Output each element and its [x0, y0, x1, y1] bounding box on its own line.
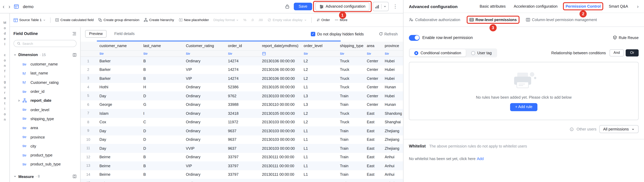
whitelist-section: Whitelist The above permission rules do …: [404, 139, 644, 161]
option-conditional-combination[interactable]: Conditional combination: [410, 49, 466, 57]
field-type-icon: Str: [22, 144, 29, 148]
string-type-label[interactable]: Str: [402, 50, 403, 57]
field-item[interactable]: Str product_type: [14, 151, 76, 160]
tab-permission-control[interactable]: Permission Control: [566, 4, 601, 9]
column-header[interactable]: order_id: [224, 42, 258, 50]
cell: Beirne: [96, 170, 140, 179]
lock-icon[interactable]: [284, 3, 290, 10]
tabs-overflow-chevron[interactable]: ›: [637, 4, 639, 9]
string-type-label[interactable]: Str: [336, 50, 363, 57]
cell: Ordinary: [182, 57, 224, 65]
dimension-section-header[interactable]: Dimension · 15: [14, 51, 76, 59]
horizontal-scrollbar[interactable]: [97, 40, 341, 42]
cell: 52386: [224, 83, 258, 92]
app: ‹ › demo Save Advanced configuration 1: [0, 0, 644, 182]
permissions-dropdown[interactable]: All permissions: [599, 125, 639, 133]
search-input[interactable]: [22, 42, 73, 46]
cell: B: [140, 153, 182, 161]
string-type-label[interactable]: Str: [381, 50, 402, 57]
or-button[interactable]: Or: [626, 49, 639, 57]
string-type-label[interactable]: Str: [140, 50, 182, 57]
switch-view-icon[interactable]: [72, 53, 76, 57]
subtab-row-level-permissions[interactable]: Row-level permissions: [469, 18, 517, 22]
new-placeholder-button[interactable]: New placeholder: [178, 18, 209, 22]
relationship-label: Relationship between conditions: [551, 51, 606, 55]
column-header[interactable]: customer_name: [96, 42, 140, 50]
field-name: order_level: [30, 107, 49, 112]
create-calculated-field-button[interactable]: Create calculated field: [55, 18, 94, 22]
field-item[interactable]: Str area: [14, 123, 76, 132]
outline-view-icon[interactable]: [72, 31, 76, 36]
option-user-tag[interactable]: User tag: [466, 49, 496, 57]
string-type-label[interactable]: Str: [182, 50, 224, 57]
cell: Anhui: [381, 170, 402, 179]
add-rule-button[interactable]: + Add rule: [510, 103, 538, 111]
field-item[interactable]: Str shipping_type: [14, 114, 76, 123]
and-button[interactable]: And: [610, 49, 624, 57]
field-item[interactable]: Sƒ last_name: [14, 69, 76, 78]
string-type-label[interactable]: Str: [300, 50, 336, 57]
field-item[interactable]: Sƒ Customer_rating: [14, 78, 76, 87]
refresh-button[interactable]: Refresh: [379, 32, 398, 36]
column-header[interactable]: report_date(ymdhms): [258, 42, 300, 50]
rule-reuse-button[interactable]: Rule Reuse: [612, 35, 639, 40]
column-header[interactable]: last_name: [140, 42, 182, 50]
percent-format-button: %: [243, 18, 246, 22]
column-header[interactable]: Customer_rating: [182, 42, 224, 50]
string-type-label[interactable]: Str: [224, 50, 258, 57]
cell: H: [140, 83, 182, 92]
subtab-column-level-permissions[interactable]: Column-level permission management: [526, 18, 597, 22]
subtab-collaborative-authorization[interactable]: Collaborative authorization: [409, 18, 460, 22]
string-type-label[interactable]: Str: [96, 50, 140, 57]
switch-view-icon[interactable]: [72, 174, 76, 178]
field-item[interactable]: report_date: [14, 96, 76, 105]
hide-hidden-fields-checkbox[interactable]: ✓ Do not display hidden fields: [311, 32, 364, 36]
advanced-configuration-button[interactable]: Advanced configuration: [315, 2, 370, 11]
field-item[interactable]: Str province: [14, 132, 76, 141]
table-row: 6GeorgeGOrdinary3398820130110 00:00:00L3…: [80, 100, 403, 109]
search-box[interactable]: [14, 40, 76, 47]
field-item[interactable]: Str city: [14, 141, 76, 151]
cell: Truck: [336, 74, 363, 83]
column-header[interactable]: shipping_type: [336, 42, 363, 50]
expand-caret-icon[interactable]: [18, 99, 20, 102]
field-item[interactable]: Str customer_name: [14, 60, 76, 69]
forward-button[interactable]: ›: [8, 4, 11, 9]
cell: 9762: [224, 91, 258, 100]
tab-basic-attributes[interactable]: Basic attributes: [480, 4, 506, 9]
column-header[interactable]: order_level: [300, 42, 336, 50]
tab-acceleration-configuration[interactable]: Acceleration configuration: [514, 4, 558, 9]
column-header[interactable]: area: [363, 42, 381, 50]
field-item[interactable]: Str order_id: [14, 87, 76, 96]
column-header[interactable]: city: [402, 42, 403, 50]
string-type-label[interactable]: Str: [363, 50, 381, 57]
cell: 20130105 00:00:00: [258, 83, 300, 92]
whitelist-add-link[interactable]: Add: [477, 156, 484, 161]
date-type-icon[interactable]: [258, 50, 300, 57]
left-rail[interactable]: Model configuration: [0, 14, 10, 182]
more-menu-icon[interactable]: ⋮: [392, 4, 398, 10]
cell: 33797: [224, 153, 258, 161]
chart-type-button[interactable]: [372, 2, 389, 11]
cell: Ordinary: [182, 118, 224, 127]
cell: Train: [336, 170, 363, 179]
tab-preview[interactable]: Preview: [85, 30, 107, 38]
field-item[interactable]: Str product_sub_type: [14, 160, 76, 169]
tab-field-details[interactable]: Field details: [110, 30, 139, 38]
create-hierarchy-button[interactable]: Create hierarchy: [144, 18, 174, 22]
tab-smart-qa[interactable]: Smart Q&A: [609, 4, 628, 9]
enable-row-level-toggle[interactable]: [409, 35, 420, 41]
radio-selected-icon: [414, 51, 418, 55]
back-button[interactable]: ‹: [2, 4, 5, 9]
save-button[interactable]: Save: [294, 3, 312, 10]
cell: 20130111 00:00:00: [258, 179, 300, 182]
order-button[interactable]: Order: [316, 18, 330, 22]
column-header[interactable]: province: [381, 42, 402, 50]
measure-section-header[interactable]: Measure · 8: [14, 172, 76, 180]
create-group-dimension-button[interactable]: Create group dimension: [98, 18, 139, 22]
field-item[interactable]: Str order_level: [14, 105, 76, 114]
field-type-icon: Str: [22, 126, 29, 129]
decimal-increase-button: .00: [258, 18, 263, 22]
cell: Day: [96, 144, 140, 153]
source-table-selector[interactable]: Source Table 1: [14, 18, 46, 22]
